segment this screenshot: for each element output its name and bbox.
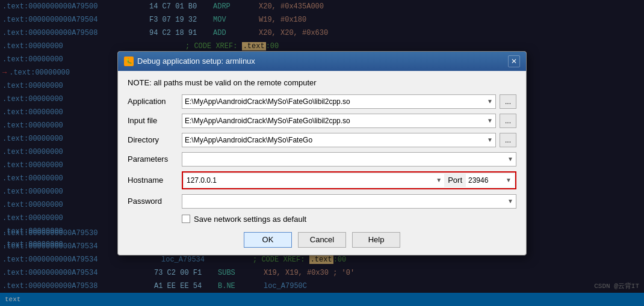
close-button[interactable]: ✕ xyxy=(508,55,520,67)
titlebar-left: 🐛 Debug application setup: armlinux xyxy=(124,57,255,66)
directory-label: Directory xyxy=(128,135,182,144)
port-label: Port xyxy=(448,176,462,185)
parameters-row: Parameters ▼ xyxy=(128,152,516,167)
application-select[interactable]: E:\MyApp\AandroidCrack\MySo\FateGo\libil… xyxy=(182,94,496,109)
port-value: 23946 xyxy=(468,176,503,185)
hostname-row: Hostname 127.0.0.1 ▼ Port 23946 ▼ xyxy=(128,171,516,189)
save-settings-label: Save network settings as default xyxy=(194,215,306,224)
dialog-note: NOTE: all paths must be valid on the rem… xyxy=(128,78,516,87)
hostname-port-wrapper: 127.0.0.1 ▼ Port 23946 ▼ xyxy=(182,171,516,189)
parameters-dropdown-arrow: ▼ xyxy=(507,156,513,162)
input-file-value: E:\MyApp\AandroidCrack\MySo\FateGo\libil… xyxy=(185,117,485,125)
password-label: Password xyxy=(128,197,182,206)
input-file-dropdown-arrow: ▼ xyxy=(487,117,493,124)
parameters-select[interactable]: ▼ xyxy=(182,152,516,167)
directory-value: E:\MyApp\AandroidCrack\MySo\FateGo xyxy=(185,136,485,144)
hostname-dropdown-arrow: ▼ xyxy=(436,177,442,183)
dialog-title: Debug application setup: armlinux xyxy=(137,57,255,66)
input-file-select[interactable]: E:\MyApp\AandroidCrack\MySo\FateGo\libil… xyxy=(182,114,496,128)
password-dropdown-arrow: ▼ xyxy=(507,198,513,204)
ok-button[interactable]: OK xyxy=(244,232,292,248)
password-input-wrapper: ▼ xyxy=(182,194,516,209)
modal-overlay: 🐛 Debug application setup: armlinux ✕ NO… xyxy=(0,0,644,306)
checkbox-row: Save network settings as default xyxy=(182,215,516,224)
directory-input-wrapper: E:\MyApp\AandroidCrack\MySo\FateGo ▼ ... xyxy=(182,133,516,147)
dialog-icon: 🐛 xyxy=(124,57,134,66)
help-button[interactable]: Help xyxy=(352,232,400,248)
application-input-wrapper: E:\MyApp\AandroidCrack\MySo\FateGo\libil… xyxy=(182,94,516,109)
dialog-titlebar: 🐛 Debug application setup: armlinux ✕ xyxy=(118,52,526,71)
application-row: Application E:\MyApp\AandroidCrack\MySo\… xyxy=(128,94,516,109)
input-file-label: Input file xyxy=(128,116,182,125)
parameters-input-wrapper: ▼ xyxy=(182,152,516,167)
application-browse-button[interactable]: ... xyxy=(500,94,516,109)
cancel-button[interactable]: Cancel xyxy=(298,232,346,248)
parameters-label: Parameters xyxy=(128,155,182,164)
save-settings-checkbox[interactable] xyxy=(182,215,190,223)
input-file-browse-button[interactable]: ... xyxy=(500,114,516,128)
port-select[interactable]: 23946 ▼ xyxy=(466,174,514,187)
password-row: Password ▼ xyxy=(128,194,516,209)
input-file-input-wrapper: E:\MyApp\AandroidCrack\MySo\FateGo\libil… xyxy=(182,114,516,128)
directory-browse-button[interactable]: ... xyxy=(500,133,516,147)
port-dropdown-arrow: ▼ xyxy=(506,177,512,183)
debug-setup-dialog: 🐛 Debug application setup: armlinux ✕ NO… xyxy=(117,51,527,256)
dialog-buttons: OK Cancel Help xyxy=(128,232,516,248)
password-select[interactable]: ▼ xyxy=(182,194,516,209)
hostname-select[interactable]: 127.0.0.1 ▼ xyxy=(184,174,444,187)
directory-row: Directory E:\MyApp\AandroidCrack\MySo\Fa… xyxy=(128,133,516,147)
dialog-body: NOTE: all paths must be valid on the rem… xyxy=(118,71,526,255)
application-value: E:\MyApp\AandroidCrack\MySo\FateGo\libil… xyxy=(185,97,485,106)
directory-dropdown-arrow: ▼ xyxy=(487,136,493,143)
hostname-label: Hostname xyxy=(128,176,182,185)
input-file-row: Input file E:\MyApp\AandroidCrack\MySo\F… xyxy=(128,114,516,128)
application-label: Application xyxy=(128,97,182,106)
hostname-value: 127.0.0.1 xyxy=(187,176,433,185)
application-dropdown-arrow: ▼ xyxy=(487,98,493,105)
directory-select[interactable]: E:\MyApp\AandroidCrack\MySo\FateGo ▼ xyxy=(182,133,496,147)
